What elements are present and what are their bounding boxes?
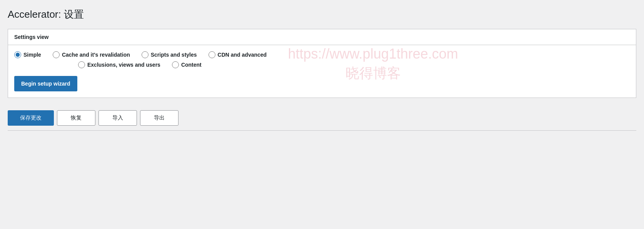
radio-cache[interactable] — [53, 51, 60, 58]
radio-content-label[interactable]: Content — [181, 62, 202, 68]
restore-button[interactable]: 恢复 — [57, 110, 95, 126]
radio-scripts[interactable] — [142, 51, 148, 58]
radio-row-2: Exclusions, views and users Content — [14, 61, 630, 68]
radio-row-1: Simple Cache and it's revalidation Scrip… — [14, 51, 630, 58]
radio-item-scripts[interactable]: Scripts and styles — [142, 51, 197, 58]
radio-item-content[interactable]: Content — [172, 61, 202, 68]
radio-item-simple[interactable]: Simple — [14, 51, 41, 58]
settings-card-body: Simple Cache and it's revalidation Scrip… — [8, 45, 636, 98]
radio-exclusions[interactable] — [78, 61, 85, 68]
radio-simple[interactable] — [14, 51, 21, 58]
radio-cache-label[interactable]: Cache and it's revalidation — [62, 52, 130, 58]
settings-card: https://www.plug1three.com晓得博客 Settings … — [8, 29, 636, 98]
radio-item-exclusions[interactable]: Exclusions, views and users — [78, 61, 160, 68]
radio-simple-label[interactable]: Simple — [23, 52, 41, 58]
page-title: Accelerator: 设置 — [8, 8, 636, 21]
export-button[interactable]: 导出 — [140, 110, 179, 126]
radio-scripts-label[interactable]: Scripts and styles — [151, 52, 197, 58]
save-button[interactable]: 保存更改 — [8, 110, 54, 126]
settings-card-header: Settings view — [8, 29, 636, 45]
footer-divider — [8, 130, 636, 131]
radio-cdn-label[interactable]: CDN and advanced — [218, 52, 267, 58]
radio-content[interactable] — [172, 61, 179, 68]
radio-exclusions-label[interactable]: Exclusions, views and users — [87, 62, 160, 68]
radio-cdn[interactable] — [209, 51, 215, 58]
radio-item-cache[interactable]: Cache and it's revalidation — [53, 51, 130, 58]
import-button[interactable]: 导入 — [98, 110, 137, 126]
begin-setup-wizard-button[interactable]: Begin setup wizard — [14, 76, 77, 91]
radio-item-cdn[interactable]: CDN and advanced — [209, 51, 267, 58]
wizard-button-wrapper: Begin setup wizard — [14, 76, 630, 91]
footer-buttons: 保存更改 恢复 导入 导出 — [8, 106, 636, 130]
